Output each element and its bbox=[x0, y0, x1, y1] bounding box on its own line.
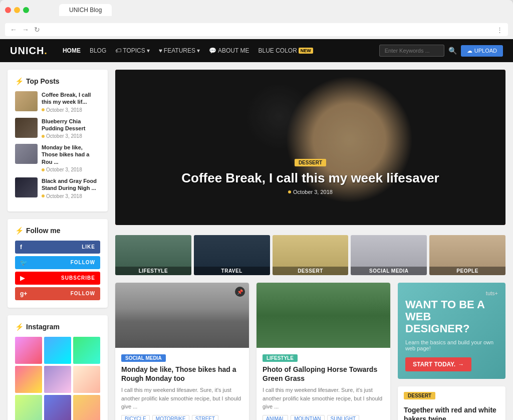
hero-section[interactable]: DESSERT Coffee Break, I call this my wee… bbox=[115, 70, 505, 225]
post-title: Black and Gray Food Stand During Nigh ..… bbox=[42, 177, 100, 192]
back-icon[interactable]: ← bbox=[10, 26, 17, 34]
active-tab[interactable]: UNICH Blog bbox=[59, 4, 112, 16]
nav-about[interactable]: 💬 ABOUT ME bbox=[209, 47, 249, 54]
instagram-photo[interactable] bbox=[15, 366, 42, 393]
article-card-2: LIFESTYLE Photo of Galloping Horse Towar… bbox=[256, 283, 390, 420]
meta-tag[interactable]: BICYCLE bbox=[121, 415, 150, 420]
twitter-action: FOLLOW bbox=[71, 260, 95, 265]
instagram-grid bbox=[15, 337, 100, 420]
ad-cta-button[interactable]: START TODAY. → bbox=[405, 357, 471, 371]
hero-category-badge: DESSERT bbox=[295, 159, 326, 166]
browser-window: UNICH Blog ← → ↻ ⋮ bbox=[0, 0, 513, 39]
new-badge: NEW bbox=[299, 48, 313, 54]
date-dot bbox=[42, 135, 45, 138]
address-bar: ← → ↻ ⋮ bbox=[5, 23, 508, 36]
browser-menu-icon[interactable]: ⋮ bbox=[496, 26, 503, 34]
post-info: Blueberry Chia Pudding Dessert October 3… bbox=[42, 118, 100, 139]
nav-blog[interactable]: BLOG bbox=[90, 47, 106, 54]
articles-row: 📌 SOCIAL MEDIA Monday be like, Those bik… bbox=[115, 283, 505, 420]
post-thumbnail bbox=[15, 91, 38, 111]
maximize-button[interactable] bbox=[23, 7, 29, 13]
minimize-button[interactable] bbox=[14, 7, 20, 13]
content-area: DESSERT Coffee Break, I call this my wee… bbox=[115, 70, 505, 420]
category-lifestyle[interactable]: LIFESTYLE bbox=[115, 235, 191, 275]
instagram-photo[interactable] bbox=[44, 395, 71, 420]
ad-title: WANT TO BE A WEB DESIGNER? bbox=[405, 299, 498, 335]
meta-tag[interactable]: MOUNTIAN bbox=[291, 415, 324, 420]
follow-me-card: ⚡ Follow me f LIKE 🐦 FOLLOW ▶ SUBSCRIBE bbox=[8, 219, 108, 308]
instagram-photo[interactable] bbox=[73, 395, 100, 420]
refresh-icon[interactable]: ↻ bbox=[34, 26, 40, 34]
post-thumbnail bbox=[15, 144, 38, 164]
url-input[interactable] bbox=[44, 26, 492, 33]
pin-icon: 📌 bbox=[235, 287, 245, 297]
article-excerpt-2: I call this my weekend lifesaver. Sure, … bbox=[263, 386, 384, 411]
category-label: LIFESTYLE bbox=[115, 267, 191, 275]
facebook-button[interactable]: f LIKE bbox=[15, 241, 100, 254]
site-logo[interactable]: UNICH. bbox=[10, 45, 48, 57]
youtube-icon: ▶ bbox=[20, 275, 25, 282]
top-post-item[interactable]: Black and Gray Food Stand During Nigh ..… bbox=[15, 177, 100, 199]
right-column: tuts+ WANT TO BE A WEB DESIGNER? Learn t… bbox=[398, 283, 505, 420]
instagram-photo[interactable] bbox=[15, 395, 42, 420]
googleplus-action: FOLLOW bbox=[71, 291, 95, 296]
instagram-photo[interactable] bbox=[73, 337, 100, 364]
article-excerpt-1: I call this my weekend lifesaver. Sure, … bbox=[121, 386, 243, 411]
hero-date: October 3, 2018 bbox=[115, 189, 505, 195]
post-date: October 3, 2018 bbox=[42, 133, 100, 139]
category-travel[interactable]: TRAVEL bbox=[194, 235, 270, 275]
arrow-icon: → bbox=[458, 361, 464, 368]
hero-overlay bbox=[115, 70, 505, 225]
titlebar: UNICH Blog bbox=[5, 4, 508, 20]
twitter-button[interactable]: 🐦 FOLLOW bbox=[15, 256, 100, 269]
nav-controls: ← → ↻ bbox=[10, 26, 40, 34]
search-input[interactable] bbox=[379, 45, 444, 57]
category-dessert[interactable]: DESSERT bbox=[273, 235, 349, 275]
small-article-title[interactable]: Together with red and white bakers twine bbox=[404, 405, 499, 420]
googleplus-button[interactable]: g+ FOLLOW bbox=[15, 287, 100, 300]
article-image-1: 📌 bbox=[115, 283, 249, 348]
nav-features[interactable]: ♥ FEATURES ▾ bbox=[159, 47, 200, 54]
category-people[interactable]: PEOPLE bbox=[429, 235, 505, 275]
instagram-photo[interactable] bbox=[15, 337, 42, 364]
instagram-photo[interactable] bbox=[44, 337, 71, 364]
article-title-1[interactable]: Monday be like, Those bikes had a Rough … bbox=[121, 365, 243, 383]
article-body-2: LIFESTYLE Photo of Galloping Horse Towar… bbox=[256, 348, 390, 420]
nav-search-area: 🔍 ☁ UPLOAD bbox=[379, 45, 503, 57]
instagram-photo[interactable] bbox=[44, 366, 71, 393]
forward-icon[interactable]: → bbox=[22, 26, 29, 34]
nav-topics[interactable]: 🏷 TOPICS ▾ bbox=[115, 47, 149, 54]
top-post-item[interactable]: Coffee Break, I call this my week lif...… bbox=[15, 91, 100, 113]
small-article-card: DESSERT Together with red and white bake… bbox=[398, 386, 505, 420]
article-tag-1: SOCIAL MEDIA bbox=[121, 354, 166, 362]
meta-tag[interactable]: ANIMAL bbox=[263, 415, 288, 420]
post-date: October 3, 2018 bbox=[42, 193, 100, 199]
instagram-photo[interactable] bbox=[73, 366, 100, 393]
search-button[interactable]: 🔍 bbox=[448, 47, 457, 55]
meta-tag[interactable]: SUNLIGHT bbox=[327, 415, 360, 420]
twitter-icon: 🐦 bbox=[20, 259, 28, 266]
close-button[interactable] bbox=[5, 7, 11, 13]
follow-title: ⚡ Follow me bbox=[15, 227, 100, 235]
small-article-header: DESSERT bbox=[398, 386, 505, 402]
meta-tag[interactable]: STREET bbox=[192, 415, 218, 420]
article-meta-tags-2: ANIMAL MOUNTIAN SUNLIGHT bbox=[263, 415, 384, 420]
top-post-item[interactable]: Blueberry Chia Pudding Dessert October 3… bbox=[15, 118, 100, 139]
googleplus-icon: g+ bbox=[20, 290, 27, 297]
small-article-body: Together with red and white bakers twine… bbox=[398, 405, 505, 420]
facebook-icon: f bbox=[20, 244, 22, 251]
youtube-action: SUBSCRIBE bbox=[61, 275, 95, 281]
upload-button[interactable]: ☁ UPLOAD bbox=[461, 45, 503, 57]
browser-tabs: UNICH Blog bbox=[59, 4, 112, 16]
lightning-icon: ⚡ bbox=[15, 227, 24, 235]
main-content: ⚡ Top Posts Coffee Break, I call this my… bbox=[0, 62, 513, 420]
category-social-media[interactable]: SOCIAL MEDIA bbox=[351, 235, 427, 275]
lightning-icon: ⚡ bbox=[15, 77, 24, 85]
meta-tag[interactable]: MOTORBIKE bbox=[152, 415, 189, 420]
youtube-button[interactable]: ▶ SUBSCRIBE bbox=[15, 272, 100, 285]
article-title-2[interactable]: Photo of Galloping Horse Towards Green G… bbox=[263, 365, 384, 383]
top-post-item[interactable]: Monday be like, Those bikes had a Rou ..… bbox=[15, 144, 100, 172]
nav-blue-color[interactable]: BLUE COLOR NEW bbox=[258, 47, 313, 54]
top-navigation: UNICH. HOME BLOG 🏷 TOPICS ▾ ♥ FEATURES ▾… bbox=[0, 39, 513, 62]
nav-home[interactable]: HOME bbox=[63, 47, 81, 54]
